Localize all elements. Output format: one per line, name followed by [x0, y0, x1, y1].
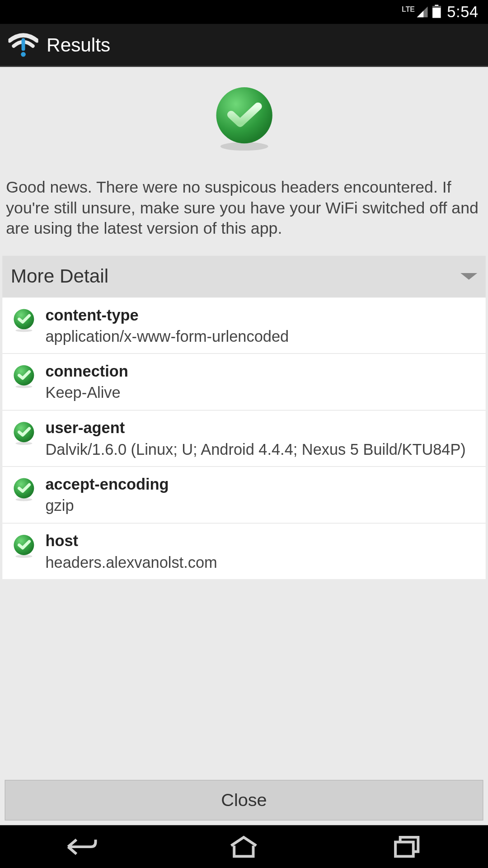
more-detail-toggle[interactable]: More Detail — [2, 255, 485, 297]
svg-point-10 — [15, 498, 32, 501]
check-icon — [13, 308, 35, 330]
check-icon — [13, 365, 35, 387]
navigation-bar — [0, 826, 488, 868]
item-label: content-type — [45, 306, 474, 324]
item-value: application/x-www-form-urlencoded — [45, 327, 474, 346]
svg-point-8 — [15, 442, 32, 445]
content-area: Good news. There were no suspicous heade… — [0, 67, 488, 825]
more-detail-label: More Detail — [11, 265, 108, 288]
item-label: user-agent — [45, 419, 474, 437]
item-value: Dalvik/1.6.0 (Linux; U; Android 4.4.4; N… — [45, 439, 474, 459]
check-icon — [13, 421, 35, 443]
item-label: accept-encoding — [45, 475, 474, 494]
title-bar: Results — [0, 24, 488, 67]
list-item[interactable]: host headers.alexvanolst.com — [2, 524, 485, 580]
svg-point-4 — [15, 329, 32, 332]
close-button[interactable]: Close — [5, 780, 483, 821]
page-title: Results — [47, 34, 110, 56]
item-value: headers.alexvanolst.com — [45, 552, 474, 572]
svg-point-1 — [21, 52, 26, 57]
network-type-label: LTE — [402, 5, 415, 14]
recent-apps-icon[interactable] — [383, 832, 431, 862]
svg-rect-14 — [395, 842, 413, 857]
detail-list: content-type application/x-www-form-urle… — [2, 297, 485, 579]
wifi-alert-icon — [9, 30, 38, 60]
chevron-down-icon — [460, 273, 477, 280]
svg-point-12 — [15, 555, 32, 558]
item-label: connection — [45, 362, 474, 381]
item-value: gzip — [45, 496, 474, 515]
back-icon[interactable] — [57, 832, 105, 862]
svg-point-6 — [15, 385, 32, 388]
success-hero-icon — [0, 86, 488, 151]
list-item[interactable]: content-type application/x-www-form-urle… — [2, 297, 485, 354]
signal-icon — [417, 7, 428, 18]
list-item[interactable]: user-agent Dalvik/1.6.0 (Linux; U; Andro… — [2, 410, 485, 467]
status-bar: LTE 5:54 — [0, 0, 488, 24]
result-message: Good news. There were no suspicous heade… — [0, 177, 488, 239]
status-time: 5:54 — [447, 3, 479, 21]
item-label: host — [45, 532, 474, 550]
check-icon — [13, 534, 35, 556]
list-item[interactable]: connection Keep-Alive — [2, 354, 485, 410]
list-item[interactable]: accept-encoding gzip — [2, 467, 485, 524]
battery-icon — [433, 6, 441, 18]
svg-point-2 — [220, 142, 268, 151]
svg-rect-0 — [22, 38, 25, 51]
home-icon[interactable] — [220, 832, 268, 862]
item-value: Keep-Alive — [45, 383, 474, 403]
check-icon — [13, 477, 35, 499]
